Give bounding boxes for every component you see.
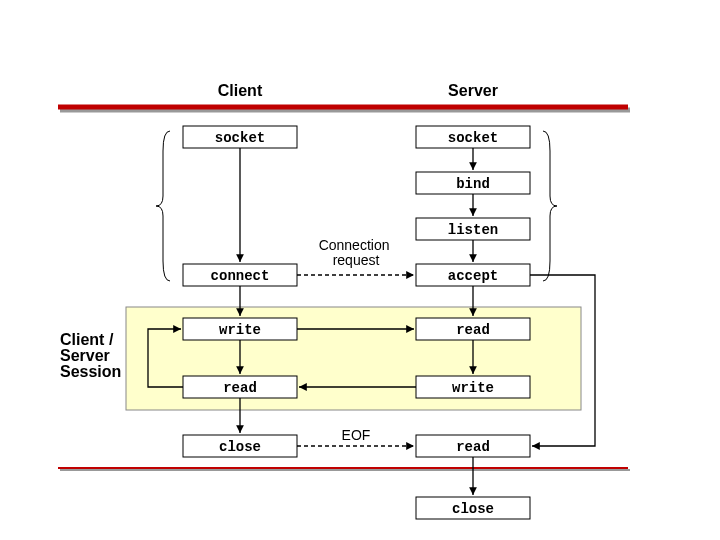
brace-server: [543, 131, 557, 281]
server-read-box: read: [416, 318, 530, 340]
server-accept-label: accept: [448, 268, 498, 284]
session-label: Client / Server Session: [60, 331, 121, 380]
client-close-label: close: [219, 439, 261, 455]
eof-label: EOF: [342, 427, 371, 443]
server-write-box: write: [416, 376, 530, 398]
client-close-box: close: [183, 435, 297, 457]
server-read2-box: read: [416, 435, 530, 457]
server-socket-box: socket: [416, 126, 530, 148]
server-read-label: read: [456, 322, 490, 338]
client-socket-label: socket: [215, 130, 265, 146]
server-bind-box: bind: [416, 172, 530, 194]
server-bind-label: bind: [456, 176, 490, 192]
server-header: Server: [448, 82, 498, 99]
client-read-box: read: [183, 376, 297, 398]
server-socket-label: socket: [448, 130, 498, 146]
server-accept-box: accept: [416, 264, 530, 286]
connection-request-label: Connection request: [319, 237, 394, 268]
server-close-box: close: [416, 497, 530, 519]
server-close-label: close: [452, 501, 494, 517]
client-header: Client: [218, 82, 263, 99]
server-listen-box: listen: [416, 218, 530, 240]
client-write-label: write: [219, 322, 261, 338]
client-socket-box: socket: [183, 126, 297, 148]
client-read-label: read: [223, 380, 257, 396]
client-connect-box: connect: [183, 264, 297, 286]
server-listen-label: listen: [448, 222, 498, 238]
client-write-box: write: [183, 318, 297, 340]
server-read2-label: read: [456, 439, 490, 455]
client-connect-label: connect: [211, 268, 270, 284]
server-write-label: write: [452, 380, 494, 396]
brace-client: [156, 131, 170, 281]
